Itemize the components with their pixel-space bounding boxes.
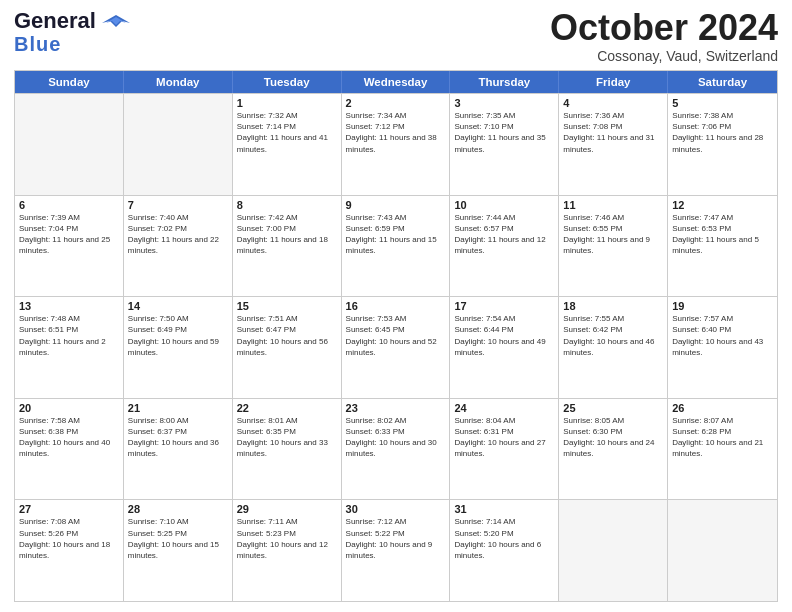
- cell-info: Sunrise: 7:48 AM Sunset: 6:51 PM Dayligh…: [19, 313, 119, 358]
- cell-day-number: 23: [346, 402, 446, 414]
- cell-info: Sunrise: 7:10 AM Sunset: 5:25 PM Dayligh…: [128, 516, 228, 561]
- calendar-row-4: 27Sunrise: 7:08 AM Sunset: 5:26 PM Dayli…: [15, 499, 777, 601]
- cell-info: Sunrise: 7:38 AM Sunset: 7:06 PM Dayligh…: [672, 110, 773, 155]
- day-header-saturday: Saturday: [668, 71, 777, 93]
- cell-info: Sunrise: 8:04 AM Sunset: 6:31 PM Dayligh…: [454, 415, 554, 460]
- cell-day-number: 28: [128, 503, 228, 515]
- calendar-cell: 14Sunrise: 7:50 AM Sunset: 6:49 PM Dayli…: [124, 297, 233, 398]
- cell-info: Sunrise: 8:00 AM Sunset: 6:37 PM Dayligh…: [128, 415, 228, 460]
- month-title: October 2024: [550, 10, 778, 46]
- cell-day-number: 24: [454, 402, 554, 414]
- header: General Blue October 2024 Cossonay, Vaud…: [14, 10, 778, 64]
- calendar-cell: 16Sunrise: 7:53 AM Sunset: 6:45 PM Dayli…: [342, 297, 451, 398]
- cell-day-number: 10: [454, 199, 554, 211]
- cell-info: Sunrise: 7:58 AM Sunset: 6:38 PM Dayligh…: [19, 415, 119, 460]
- cell-day-number: 3: [454, 97, 554, 109]
- cell-day-number: 6: [19, 199, 119, 211]
- cell-info: Sunrise: 7:12 AM Sunset: 5:22 PM Dayligh…: [346, 516, 446, 561]
- calendar-row-1: 6Sunrise: 7:39 AM Sunset: 7:04 PM Daylig…: [15, 195, 777, 297]
- cell-day-number: 8: [237, 199, 337, 211]
- cell-info: Sunrise: 7:11 AM Sunset: 5:23 PM Dayligh…: [237, 516, 337, 561]
- calendar-cell: 20Sunrise: 7:58 AM Sunset: 6:38 PM Dayli…: [15, 399, 124, 500]
- cell-day-number: 14: [128, 300, 228, 312]
- cell-day-number: 9: [346, 199, 446, 211]
- calendar-cell: 24Sunrise: 8:04 AM Sunset: 6:31 PM Dayli…: [450, 399, 559, 500]
- cell-info: Sunrise: 8:02 AM Sunset: 6:33 PM Dayligh…: [346, 415, 446, 460]
- day-header-friday: Friday: [559, 71, 668, 93]
- cell-info: Sunrise: 7:32 AM Sunset: 7:14 PM Dayligh…: [237, 110, 337, 155]
- calendar-cell: 29Sunrise: 7:11 AM Sunset: 5:23 PM Dayli…: [233, 500, 342, 601]
- logo-text: General: [14, 10, 130, 35]
- cell-day-number: 7: [128, 199, 228, 211]
- logo-blue-text: Blue: [14, 33, 61, 56]
- cell-info: Sunrise: 7:43 AM Sunset: 6:59 PM Dayligh…: [346, 212, 446, 257]
- cell-day-number: 25: [563, 402, 663, 414]
- calendar-cell: [668, 500, 777, 601]
- cell-info: Sunrise: 8:07 AM Sunset: 6:28 PM Dayligh…: [672, 415, 773, 460]
- logo-general: General: [14, 8, 96, 33]
- calendar-cell: 12Sunrise: 7:47 AM Sunset: 6:53 PM Dayli…: [668, 196, 777, 297]
- cell-info: Sunrise: 8:05 AM Sunset: 6:30 PM Dayligh…: [563, 415, 663, 460]
- calendar-body: 1Sunrise: 7:32 AM Sunset: 7:14 PM Daylig…: [15, 93, 777, 601]
- cell-day-number: 15: [237, 300, 337, 312]
- calendar-cell: 28Sunrise: 7:10 AM Sunset: 5:25 PM Dayli…: [124, 500, 233, 601]
- cell-info: Sunrise: 7:36 AM Sunset: 7:08 PM Dayligh…: [563, 110, 663, 155]
- calendar-cell: 1Sunrise: 7:32 AM Sunset: 7:14 PM Daylig…: [233, 94, 342, 195]
- page: General Blue October 2024 Cossonay, Vaud…: [0, 0, 792, 612]
- calendar-cell: 26Sunrise: 8:07 AM Sunset: 6:28 PM Dayli…: [668, 399, 777, 500]
- cell-day-number: 12: [672, 199, 773, 211]
- calendar-cell: [124, 94, 233, 195]
- calendar-cell: 2Sunrise: 7:34 AM Sunset: 7:12 PM Daylig…: [342, 94, 451, 195]
- calendar-cell: 19Sunrise: 7:57 AM Sunset: 6:40 PM Dayli…: [668, 297, 777, 398]
- calendar-cell: 5Sunrise: 7:38 AM Sunset: 7:06 PM Daylig…: [668, 94, 777, 195]
- calendar-cell: 13Sunrise: 7:48 AM Sunset: 6:51 PM Dayli…: [15, 297, 124, 398]
- cell-info: Sunrise: 7:47 AM Sunset: 6:53 PM Dayligh…: [672, 212, 773, 257]
- calendar: SundayMondayTuesdayWednesdayThursdayFrid…: [14, 70, 778, 602]
- cell-day-number: 11: [563, 199, 663, 211]
- cell-info: Sunrise: 7:46 AM Sunset: 6:55 PM Dayligh…: [563, 212, 663, 257]
- day-header-thursday: Thursday: [450, 71, 559, 93]
- cell-day-number: 18: [563, 300, 663, 312]
- day-header-tuesday: Tuesday: [233, 71, 342, 93]
- cell-info: Sunrise: 7:51 AM Sunset: 6:47 PM Dayligh…: [237, 313, 337, 358]
- logo-bird-icon: [102, 13, 130, 35]
- cell-day-number: 30: [346, 503, 446, 515]
- cell-day-number: 2: [346, 97, 446, 109]
- day-header-monday: Monday: [124, 71, 233, 93]
- cell-day-number: 26: [672, 402, 773, 414]
- cell-day-number: 20: [19, 402, 119, 414]
- cell-info: Sunrise: 7:55 AM Sunset: 6:42 PM Dayligh…: [563, 313, 663, 358]
- calendar-cell: 25Sunrise: 8:05 AM Sunset: 6:30 PM Dayli…: [559, 399, 668, 500]
- calendar-cell: 27Sunrise: 7:08 AM Sunset: 5:26 PM Dayli…: [15, 500, 124, 601]
- cell-day-number: 27: [19, 503, 119, 515]
- calendar-cell: 21Sunrise: 8:00 AM Sunset: 6:37 PM Dayli…: [124, 399, 233, 500]
- day-header-wednesday: Wednesday: [342, 71, 451, 93]
- calendar-row-2: 13Sunrise: 7:48 AM Sunset: 6:51 PM Dayli…: [15, 296, 777, 398]
- logo: General Blue: [14, 10, 130, 56]
- cell-info: Sunrise: 7:57 AM Sunset: 6:40 PM Dayligh…: [672, 313, 773, 358]
- calendar-cell: 31Sunrise: 7:14 AM Sunset: 5:20 PM Dayli…: [450, 500, 559, 601]
- calendar-row-0: 1Sunrise: 7:32 AM Sunset: 7:14 PM Daylig…: [15, 93, 777, 195]
- cell-info: Sunrise: 7:08 AM Sunset: 5:26 PM Dayligh…: [19, 516, 119, 561]
- calendar-cell: 10Sunrise: 7:44 AM Sunset: 6:57 PM Dayli…: [450, 196, 559, 297]
- cell-info: Sunrise: 7:14 AM Sunset: 5:20 PM Dayligh…: [454, 516, 554, 561]
- cell-info: Sunrise: 7:39 AM Sunset: 7:04 PM Dayligh…: [19, 212, 119, 257]
- cell-day-number: 17: [454, 300, 554, 312]
- calendar-cell: 23Sunrise: 8:02 AM Sunset: 6:33 PM Dayli…: [342, 399, 451, 500]
- cell-day-number: 19: [672, 300, 773, 312]
- cell-info: Sunrise: 7:42 AM Sunset: 7:00 PM Dayligh…: [237, 212, 337, 257]
- calendar-cell: 15Sunrise: 7:51 AM Sunset: 6:47 PM Dayli…: [233, 297, 342, 398]
- calendar-cell: [559, 500, 668, 601]
- cell-info: Sunrise: 7:40 AM Sunset: 7:02 PM Dayligh…: [128, 212, 228, 257]
- calendar-cell: 7Sunrise: 7:40 AM Sunset: 7:02 PM Daylig…: [124, 196, 233, 297]
- cell-day-number: 22: [237, 402, 337, 414]
- day-header-sunday: Sunday: [15, 71, 124, 93]
- calendar-cell: 8Sunrise: 7:42 AM Sunset: 7:00 PM Daylig…: [233, 196, 342, 297]
- calendar-cell: 9Sunrise: 7:43 AM Sunset: 6:59 PM Daylig…: [342, 196, 451, 297]
- calendar-header: SundayMondayTuesdayWednesdayThursdayFrid…: [15, 71, 777, 93]
- calendar-cell: 6Sunrise: 7:39 AM Sunset: 7:04 PM Daylig…: [15, 196, 124, 297]
- cell-info: Sunrise: 7:53 AM Sunset: 6:45 PM Dayligh…: [346, 313, 446, 358]
- cell-day-number: 5: [672, 97, 773, 109]
- calendar-cell: 11Sunrise: 7:46 AM Sunset: 6:55 PM Dayli…: [559, 196, 668, 297]
- cell-info: Sunrise: 8:01 AM Sunset: 6:35 PM Dayligh…: [237, 415, 337, 460]
